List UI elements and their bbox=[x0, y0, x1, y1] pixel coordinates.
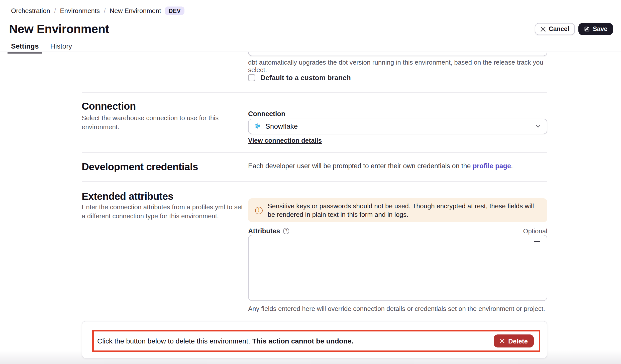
view-connection-details-link[interactable]: View connection details bbox=[248, 136, 322, 144]
connection-section-heading: Connection bbox=[82, 101, 136, 112]
question-circle-icon[interactable]: ? bbox=[283, 228, 289, 234]
delete-message-text: Click the button below to delete this en… bbox=[97, 337, 252, 345]
delete-button-label: Delete bbox=[508, 337, 528, 345]
breadcrumb-separator: / bbox=[104, 7, 106, 15]
custom-branch-label[interactable]: Default to a custom branch bbox=[260, 74, 351, 82]
attributes-field-header: Attributes ? Optional bbox=[248, 227, 547, 235]
collapse-icon[interactable] bbox=[534, 241, 540, 242]
attributes-label: Attributes bbox=[248, 227, 280, 235]
warning-banner-text: Sensitive keys or passwords should not b… bbox=[268, 202, 540, 219]
tab-bar: Settings History bbox=[8, 42, 76, 54]
development-credentials-text-before: Each developer user will be prompted to … bbox=[248, 162, 473, 170]
tab-bar-divider bbox=[0, 51, 621, 52]
cancel-button[interactable]: Cancel bbox=[535, 23, 575, 35]
warning-icon: ! bbox=[255, 207, 263, 214]
breadcrumb-orchestration[interactable]: Orchestration bbox=[11, 7, 50, 15]
save-button-label: Save bbox=[593, 26, 607, 33]
attributes-editor bbox=[248, 235, 547, 301]
release-track-input-partial[interactable] bbox=[248, 52, 547, 56]
environment-type-badge: DEV bbox=[165, 7, 184, 15]
extended-attributes-description: Enter the connection attributes from a p… bbox=[82, 203, 243, 220]
delete-message-bold: This action cannot be undone. bbox=[252, 337, 353, 345]
save-icon bbox=[584, 26, 590, 32]
close-icon bbox=[540, 26, 546, 32]
page-title: New Environment bbox=[9, 22, 109, 36]
connection-select-value: Snowflake bbox=[265, 122, 298, 130]
release-track-helper-text: dbt automatically upgrades the dbt versi… bbox=[248, 58, 559, 73]
delete-highlight-annotation: Click the button below to delete this en… bbox=[92, 330, 540, 352]
attributes-editor-helper-text: Any fields entered here will override co… bbox=[248, 305, 559, 312]
snowflake-icon: ❄ bbox=[255, 123, 261, 130]
development-credentials-text: Each developer user will be prompted to … bbox=[248, 162, 513, 170]
header-actions: Cancel Save bbox=[535, 23, 613, 35]
connection-section-description: Select the warehouse connection to use f… bbox=[82, 114, 252, 131]
connection-field-label: Connection bbox=[248, 110, 285, 118]
profile-page-link[interactable]: profile page bbox=[473, 162, 511, 170]
connection-select[interactable]: ❄ Snowflake bbox=[248, 119, 547, 134]
breadcrumb-separator: / bbox=[54, 7, 56, 15]
custom-branch-checkbox[interactable] bbox=[248, 74, 255, 81]
breadcrumb: Orchestration / Environments / New Envir… bbox=[11, 7, 184, 15]
cancel-button-label: Cancel bbox=[549, 26, 569, 33]
sensitive-keys-warning-banner: ! Sensitive keys or passwords should not… bbox=[248, 198, 547, 222]
tab-history[interactable]: History bbox=[47, 42, 75, 54]
section-divider bbox=[82, 92, 547, 93]
close-icon bbox=[500, 338, 505, 343]
optional-label: Optional bbox=[523, 227, 547, 235]
page: Orchestration / Environments / New Envir… bbox=[0, 0, 621, 364]
extended-attributes-heading: Extended attributes bbox=[82, 191, 173, 202]
custom-branch-row: Default to a custom branch bbox=[248, 74, 351, 82]
section-divider bbox=[82, 181, 547, 182]
breadcrumb-new-environment[interactable]: New Environment bbox=[110, 7, 161, 15]
chevron-down-icon bbox=[535, 125, 541, 128]
save-button[interactable]: Save bbox=[578, 23, 613, 35]
tab-settings[interactable]: Settings bbox=[8, 42, 42, 54]
breadcrumb-environments[interactable]: Environments bbox=[60, 7, 100, 15]
delete-message: Click the button below to delete this en… bbox=[97, 337, 353, 345]
delete-button[interactable]: Delete bbox=[494, 334, 534, 347]
development-credentials-text-after: . bbox=[511, 162, 513, 170]
development-credentials-heading: Development credentials bbox=[82, 161, 198, 173]
section-divider bbox=[82, 152, 547, 153]
attributes-editor-input[interactable] bbox=[249, 235, 547, 300]
